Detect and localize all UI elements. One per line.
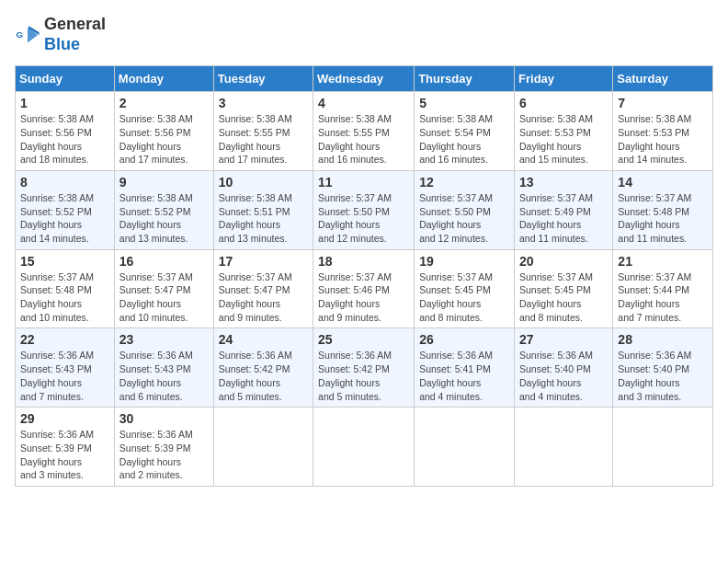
logo-text: General Blue	[44, 15, 106, 54]
day-number: 17	[219, 254, 308, 269]
day-info: Sunrise: 5:37 AM Sunset: 5:48 PM Dayligh…	[618, 191, 708, 246]
day-number: 7	[618, 96, 708, 110]
day-info: Sunrise: 5:37 AM Sunset: 5:49 PM Dayligh…	[519, 191, 608, 246]
calendar-cell: 27 Sunrise: 5:36 AM Sunset: 5:40 PM Dayl…	[515, 328, 613, 408]
day-info: Sunrise: 5:38 AM Sunset: 5:52 PM Dayligh…	[119, 191, 209, 246]
column-header-sunday: Sunday	[16, 66, 115, 92]
day-info: Sunrise: 5:36 AM Sunset: 5:43 PM Dayligh…	[20, 349, 109, 403]
day-number: 11	[318, 175, 409, 190]
day-number: 18	[318, 254, 409, 269]
day-number: 28	[618, 332, 708, 347]
day-info: Sunrise: 5:37 AM Sunset: 5:50 PM Dayligh…	[419, 191, 509, 246]
day-number: 22	[20, 332, 109, 347]
calendar-cell: 26 Sunrise: 5:36 AM Sunset: 5:41 PM Dayl…	[415, 328, 515, 408]
calendar-cell: 5 Sunrise: 5:38 AM Sunset: 5:54 PM Dayli…	[415, 92, 515, 171]
day-number: 29	[20, 411, 109, 426]
day-number: 21	[618, 254, 708, 269]
svg-text:G: G	[16, 29, 23, 39]
calendar-cell: 24 Sunrise: 5:36 AM Sunset: 5:42 PM Dayl…	[213, 328, 313, 408]
day-number: 26	[419, 332, 509, 347]
calendar-cell: 6 Sunrise: 5:38 AM Sunset: 5:53 PM Dayli…	[515, 92, 613, 171]
calendar-cell: 28 Sunrise: 5:36 AM Sunset: 5:40 PM Dayl…	[613, 328, 713, 408]
column-header-wednesday: Wednesday	[313, 66, 415, 92]
day-info: Sunrise: 5:38 AM Sunset: 5:51 PM Dayligh…	[219, 191, 308, 246]
calendar-cell: 10 Sunrise: 5:38 AM Sunset: 5:51 PM Dayl…	[213, 170, 313, 249]
calendar-cell: 15 Sunrise: 5:37 AM Sunset: 5:48 PM Dayl…	[16, 249, 115, 328]
calendar-cell: 25 Sunrise: 5:36 AM Sunset: 5:42 PM Dayl…	[313, 328, 415, 408]
day-number: 13	[519, 175, 608, 190]
day-number: 6	[519, 96, 608, 110]
column-header-monday: Monday	[114, 66, 213, 92]
day-info: Sunrise: 5:37 AM Sunset: 5:48 PM Dayligh…	[20, 270, 109, 325]
day-number: 16	[119, 254, 209, 269]
day-number: 24	[219, 332, 308, 347]
day-number: 9	[119, 175, 209, 190]
calendar-cell: 29 Sunrise: 5:36 AM Sunset: 5:39 PM Dayl…	[16, 408, 115, 487]
calendar-cell: 30 Sunrise: 5:36 AM Sunset: 5:39 PM Dayl…	[114, 408, 213, 487]
page-header: G General Blue	[15, 15, 713, 54]
day-number: 20	[519, 254, 608, 269]
logo-general: General	[44, 15, 106, 33]
day-number: 3	[219, 96, 308, 110]
day-info: Sunrise: 5:37 AM Sunset: 5:45 PM Dayligh…	[419, 270, 509, 325]
logo-blue: Blue	[44, 35, 80, 53]
calendar-cell	[213, 408, 313, 487]
day-number: 10	[219, 175, 308, 190]
calendar-cell: 22 Sunrise: 5:36 AM Sunset: 5:43 PM Dayl…	[16, 328, 115, 408]
day-number: 4	[318, 96, 409, 110]
day-info: Sunrise: 5:38 AM Sunset: 5:56 PM Dayligh…	[20, 112, 109, 167]
day-info: Sunrise: 5:37 AM Sunset: 5:50 PM Dayligh…	[318, 191, 409, 246]
calendar-cell	[613, 408, 713, 487]
column-header-saturday: Saturday	[613, 66, 713, 92]
logo: G General Blue	[15, 15, 106, 54]
logo-icon: G	[15, 22, 40, 48]
day-info: Sunrise: 5:37 AM Sunset: 5:46 PM Dayligh…	[318, 270, 409, 325]
column-header-thursday: Thursday	[415, 66, 515, 92]
day-info: Sunrise: 5:37 AM Sunset: 5:47 PM Dayligh…	[219, 270, 308, 325]
day-number: 2	[119, 96, 209, 110]
calendar-cell: 9 Sunrise: 5:38 AM Sunset: 5:52 PM Dayli…	[114, 170, 213, 249]
day-info: Sunrise: 5:36 AM Sunset: 5:41 PM Dayligh…	[419, 349, 509, 403]
day-info: Sunrise: 5:37 AM Sunset: 5:47 PM Dayligh…	[119, 270, 209, 325]
calendar-header-row: SundayMondayTuesdayWednesdayThursdayFrid…	[16, 66, 713, 92]
calendar-cell: 2 Sunrise: 5:38 AM Sunset: 5:56 PM Dayli…	[114, 92, 213, 171]
calendar-week-2: 8 Sunrise: 5:38 AM Sunset: 5:52 PM Dayli…	[16, 170, 713, 249]
calendar-cell: 3 Sunrise: 5:38 AM Sunset: 5:55 PM Dayli…	[213, 92, 313, 171]
calendar-cell: 1 Sunrise: 5:38 AM Sunset: 5:56 PM Dayli…	[16, 92, 115, 171]
calendar-cell: 11 Sunrise: 5:37 AM Sunset: 5:50 PM Dayl…	[313, 170, 415, 249]
day-number: 14	[618, 175, 708, 190]
day-number: 8	[20, 175, 109, 190]
calendar-cell	[515, 408, 613, 487]
day-info: Sunrise: 5:36 AM Sunset: 5:40 PM Dayligh…	[519, 349, 608, 403]
day-number: 30	[119, 411, 209, 426]
day-info: Sunrise: 5:36 AM Sunset: 5:40 PM Dayligh…	[618, 349, 708, 403]
calendar-week-4: 22 Sunrise: 5:36 AM Sunset: 5:43 PM Dayl…	[16, 328, 713, 408]
calendar-cell: 18 Sunrise: 5:37 AM Sunset: 5:46 PM Dayl…	[313, 249, 415, 328]
calendar-cell: 7 Sunrise: 5:38 AM Sunset: 5:53 PM Dayli…	[613, 92, 713, 171]
day-info: Sunrise: 5:36 AM Sunset: 5:42 PM Dayligh…	[318, 349, 409, 403]
column-header-tuesday: Tuesday	[213, 66, 313, 92]
calendar-week-3: 15 Sunrise: 5:37 AM Sunset: 5:48 PM Dayl…	[16, 249, 713, 328]
day-info: Sunrise: 5:36 AM Sunset: 5:43 PM Dayligh…	[119, 349, 209, 403]
day-number: 15	[20, 254, 109, 269]
day-number: 19	[419, 254, 509, 269]
calendar-cell: 8 Sunrise: 5:38 AM Sunset: 5:52 PM Dayli…	[16, 170, 115, 249]
calendar-cell: 16 Sunrise: 5:37 AM Sunset: 5:47 PM Dayl…	[114, 249, 213, 328]
day-info: Sunrise: 5:38 AM Sunset: 5:53 PM Dayligh…	[618, 112, 708, 167]
day-info: Sunrise: 5:36 AM Sunset: 5:39 PM Dayligh…	[119, 428, 209, 482]
day-info: Sunrise: 5:38 AM Sunset: 5:55 PM Dayligh…	[219, 112, 308, 167]
calendar-cell: 21 Sunrise: 5:37 AM Sunset: 5:44 PM Dayl…	[613, 249, 713, 328]
day-info: Sunrise: 5:38 AM Sunset: 5:54 PM Dayligh…	[419, 112, 509, 167]
day-number: 1	[20, 96, 109, 110]
day-number: 27	[519, 332, 608, 347]
calendar-cell: 4 Sunrise: 5:38 AM Sunset: 5:55 PM Dayli…	[313, 92, 415, 171]
day-number: 5	[419, 96, 509, 110]
calendar-week-1: 1 Sunrise: 5:38 AM Sunset: 5:56 PM Dayli…	[16, 92, 713, 171]
calendar-cell: 17 Sunrise: 5:37 AM Sunset: 5:47 PM Dayl…	[213, 249, 313, 328]
calendar-cell: 14 Sunrise: 5:37 AM Sunset: 5:48 PM Dayl…	[613, 170, 713, 249]
calendar-cell: 12 Sunrise: 5:37 AM Sunset: 5:50 PM Dayl…	[415, 170, 515, 249]
day-info: Sunrise: 5:37 AM Sunset: 5:44 PM Dayligh…	[618, 270, 708, 325]
day-info: Sunrise: 5:38 AM Sunset: 5:52 PM Dayligh…	[20, 191, 109, 246]
calendar-week-5: 29 Sunrise: 5:36 AM Sunset: 5:39 PM Dayl…	[16, 408, 713, 487]
calendar-cell	[415, 408, 515, 487]
